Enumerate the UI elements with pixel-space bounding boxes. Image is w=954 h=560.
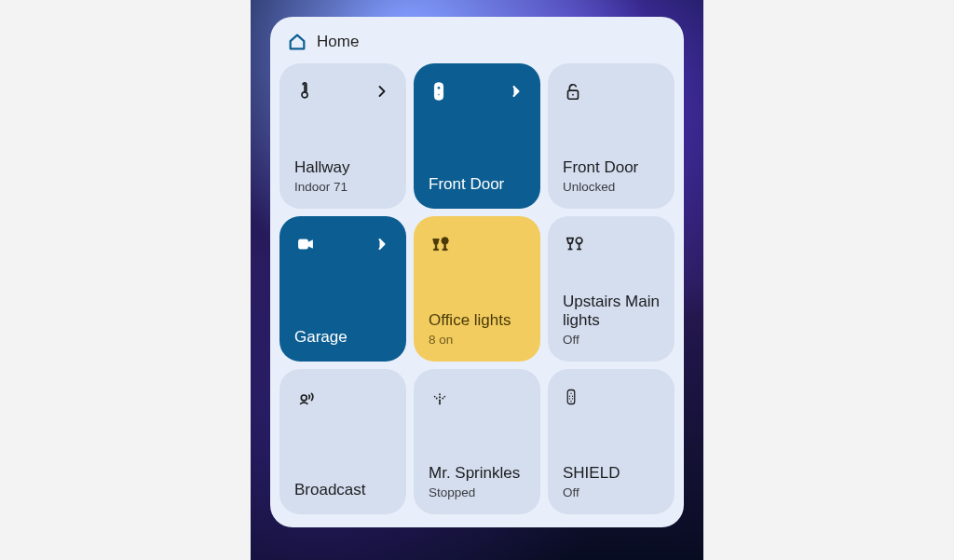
tile-subtitle: Off: [563, 333, 660, 347]
lock-open-icon: [563, 80, 583, 102]
svg-point-29: [572, 396, 573, 397]
svg-point-30: [569, 398, 570, 399]
svg-point-23: [434, 396, 436, 398]
tile-camera[interactable]: Garage: [279, 216, 406, 362]
svg-point-19: [439, 396, 441, 398]
tile-subtitle: Off: [563, 485, 660, 499]
home-widget-card: Home Hallway Indoor 71: [270, 17, 684, 527]
svg-rect-25: [439, 402, 441, 405]
svg-point-22: [442, 398, 443, 400]
svg-point-32: [570, 401, 571, 402]
tile-doorbell[interactable]: Front Door: [414, 63, 540, 209]
svg-rect-10: [444, 244, 445, 250]
broadcast-icon: [294, 387, 319, 407]
svg-point-5: [572, 94, 574, 96]
chevron-right-icon: [507, 82, 525, 101]
doorbell-icon: [429, 79, 449, 103]
svg-point-3: [438, 94, 440, 96]
svg-point-28: [569, 396, 570, 397]
svg-point-18: [439, 400, 441, 402]
svg-point-14: [576, 238, 582, 244]
tile-grid: Hallway Indoor 71 Front Door: [279, 63, 675, 514]
svg-point-2: [437, 87, 441, 90]
tile-lock[interactable]: Front Door Unlocked: [548, 63, 675, 209]
chevron-right-icon: [373, 235, 391, 253]
tile-title: Garage: [294, 328, 391, 347]
svg-point-17: [301, 395, 307, 401]
svg-point-9: [442, 238, 448, 244]
tile-title: Upstairs Main lights: [563, 293, 660, 330]
tile-title: SHIELD: [563, 464, 660, 483]
svg-rect-7: [435, 244, 436, 250]
thermostat-icon: [294, 80, 315, 102]
svg-point-21: [436, 398, 438, 400]
svg-rect-26: [567, 390, 575, 404]
svg-rect-6: [299, 239, 308, 249]
svg-rect-11: [443, 249, 448, 250]
tile-subtitle: 8 on: [429, 333, 525, 347]
chevron-right-icon: [373, 82, 391, 101]
tile-sprinkler[interactable]: Mr. Sprinkles Stopped: [414, 369, 540, 514]
svg-point-20: [439, 393, 441, 395]
card-header[interactable]: Home: [279, 26, 675, 63]
tile-broadcast[interactable]: Broadcast: [279, 369, 406, 514]
tile-subtitle: Stopped: [429, 485, 525, 499]
tile-title: Front Door: [429, 175, 525, 194]
tile-thermostat[interactable]: Hallway Indoor 71: [279, 63, 406, 209]
tile-upstairs-lights[interactable]: Upstairs Main lights Off: [548, 216, 675, 362]
sprinkler-icon: [429, 387, 451, 407]
lamp-icon: [563, 234, 587, 254]
svg-point-31: [572, 398, 573, 399]
tile-office-lights[interactable]: Office lights 8 on: [414, 216, 540, 362]
svg-point-27: [570, 393, 572, 395]
svg-rect-1: [434, 83, 443, 100]
tile-title: Broadcast: [294, 481, 391, 499]
tile-title: Office lights: [429, 311, 525, 330]
tile-title: Mr. Sprinkles: [429, 464, 525, 483]
remote-icon: [563, 385, 579, 409]
tile-title: Front Door: [563, 158, 660, 177]
card-title: Home: [317, 33, 359, 51]
lamp-icon: [429, 234, 453, 254]
svg-point-24: [443, 396, 445, 398]
tile-shield-tv[interactable]: SHIELD Off: [548, 369, 675, 514]
svg-rect-8: [433, 249, 439, 250]
tile-subtitle: Indoor 71: [294, 180, 391, 194]
tile-title: Hallway: [294, 158, 391, 177]
video-camera-icon: [294, 235, 317, 253]
home-icon: [287, 32, 307, 52]
tile-subtitle: Unlocked: [563, 180, 660, 194]
